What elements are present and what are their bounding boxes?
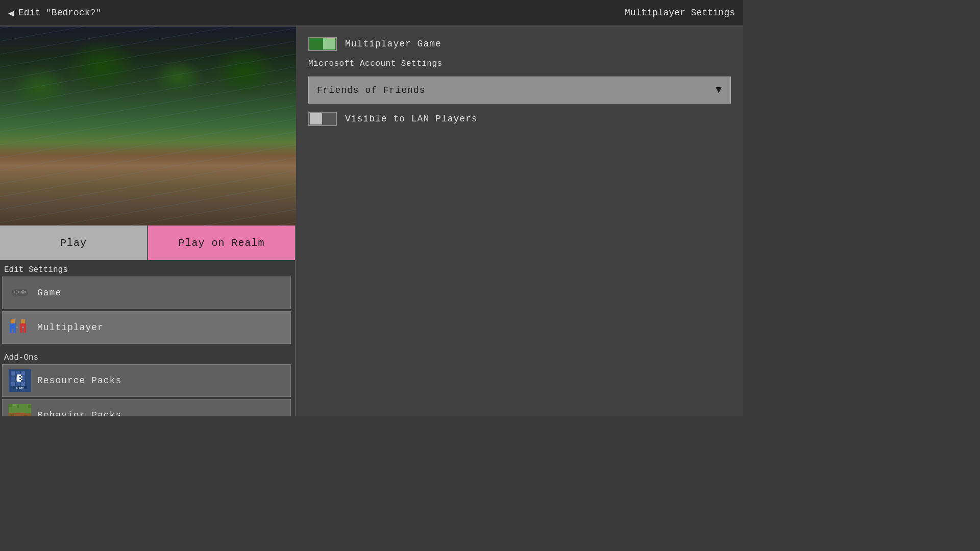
addons-section: Add-Ons [0, 348, 295, 416]
lan-toggle[interactable] [308, 112, 337, 126]
behavior-packs-label: Behavior Packs [37, 410, 121, 416]
svg-rect-3 [16, 293, 17, 294]
settings-item-multiplayer[interactable]: Multiplayer [2, 311, 291, 344]
svg-rect-12 [10, 329, 12, 333]
multiplayer-game-label: Multiplayer Game [345, 39, 442, 49]
resource-packs-icon: X-RAY [9, 369, 31, 392]
ms-account-section: Microsoft Account Settings [308, 59, 731, 68]
multiplayer-game-toggle[interactable] [308, 37, 337, 51]
svg-text:X-RAY: X-RAY [16, 386, 23, 389]
svg-rect-34 [21, 376, 22, 378]
play-on-realm-button[interactable]: Play on Realm [147, 226, 295, 260]
multiplayer-game-row: Multiplayer Game [308, 37, 731, 51]
settings-item-resource-packs[interactable]: X-RAY Resource Packs [2, 364, 291, 397]
world-preview [0, 27, 296, 226]
game-icon [9, 282, 31, 304]
svg-rect-10 [11, 319, 15, 323]
svg-rect-35 [21, 379, 22, 380]
svg-rect-32 [19, 378, 21, 379]
svg-point-7 [22, 292, 24, 294]
multiplayer-label: Multiplayer [37, 322, 104, 333]
lan-players-row: Visible to LAN Players [308, 112, 731, 126]
svg-rect-11 [10, 323, 16, 329]
dropdown-arrow-icon: ▼ [716, 84, 722, 96]
dropdown-value: Friends of Friends [317, 85, 425, 95]
left-panel: Play Play on Realm Edit Settings [0, 27, 296, 416]
svg-rect-13 [13, 329, 16, 333]
svg-rect-33 [19, 380, 21, 382]
svg-rect-9 [19, 291, 21, 293]
svg-rect-2 [16, 290, 17, 291]
svg-rect-38 [9, 404, 31, 413]
game-label: Game [37, 288, 61, 298]
main-content: Play Play on Realm Edit Settings [0, 27, 743, 416]
svg-rect-1 [14, 291, 15, 293]
svg-rect-21 [11, 371, 15, 375]
svg-rect-14 [21, 319, 25, 323]
resource-packs-label: Resource Packs [37, 375, 121, 386]
back-button[interactable]: ◀ Edit "Bedrock?" [8, 7, 101, 19]
svg-rect-24 [11, 377, 15, 381]
svg-point-5 [22, 290, 24, 292]
svg-rect-28 [16, 382, 20, 386]
ms-account-label: Microsoft Account Settings [308, 59, 731, 68]
action-buttons: Play Play on Realm [0, 226, 295, 260]
back-arrow-icon: ◀ [8, 7, 14, 19]
settings-item-behavior-packs[interactable]: Behavior Packs [2, 399, 291, 416]
svg-rect-47 [24, 415, 27, 416]
play-button[interactable]: Play [0, 226, 147, 260]
edit-settings-section: Edit Settings [0, 260, 295, 348]
multiplayer-icon [9, 316, 31, 339]
multiplayer-settings-title: Multiplayer Settings [625, 8, 735, 18]
svg-rect-45 [11, 414, 14, 416]
svg-rect-19 [22, 327, 24, 328]
addons-label: Add-Ons [2, 353, 291, 362]
right-panel: Multiplayer Game Microsoft Account Setti… [296, 27, 743, 416]
svg-rect-29 [21, 382, 25, 386]
settings-item-game[interactable]: Game [2, 277, 291, 309]
friends-dropdown-container: Friends of Friends ▼ [308, 77, 731, 104]
friends-dropdown[interactable]: Friends of Friends ▼ [308, 77, 731, 104]
svg-rect-16 [20, 329, 22, 333]
svg-rect-43 [28, 405, 31, 408]
svg-rect-17 [23, 329, 26, 333]
svg-point-6 [24, 291, 26, 293]
svg-rect-40 [13, 404, 16, 406]
svg-rect-18 [16, 327, 18, 328]
svg-rect-41 [17, 405, 19, 408]
svg-rect-30 [17, 374, 19, 382]
svg-rect-23 [21, 371, 25, 375]
svg-rect-42 [23, 404, 27, 407]
svg-rect-39 [9, 404, 12, 407]
toggle-knob [323, 38, 335, 49]
lan-toggle-knob [310, 113, 322, 124]
edit-settings-label: Edit Settings [2, 265, 291, 274]
header: ◀ Edit "Bedrock?" Microsoft Account Sett… [0, 0, 743, 27]
svg-rect-31 [19, 374, 21, 376]
svg-rect-27 [11, 382, 15, 386]
back-label: Edit "Bedrock?" [18, 8, 101, 18]
behavior-packs-icon [9, 404, 31, 416]
world-preview-image [0, 27, 296, 226]
lan-label: Visible to LAN Players [345, 114, 478, 124]
